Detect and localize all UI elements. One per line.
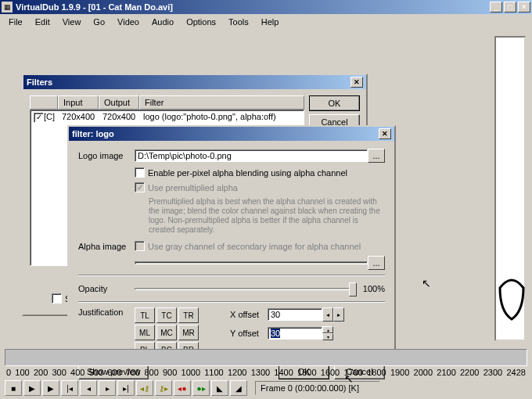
close-button[interactable]: ✕	[518, 2, 530, 13]
just-mc[interactable]: MC	[156, 325, 177, 340]
filters-titlebar[interactable]: Filters ✕	[23, 75, 366, 89]
table-row[interactable]: ✓[C] 720x400 720x400 logo (logo:"photo-0…	[31, 110, 304, 124]
menu-tools[interactable]: Tools	[223, 16, 254, 28]
alpha-image-label: Alpha image	[78, 242, 135, 251]
just-tr[interactable]: TR	[178, 307, 199, 323]
premult-label: Use premultiplied alpha	[148, 183, 238, 192]
gray-checkbox	[135, 241, 145, 251]
menu-view[interactable]: View	[57, 16, 87, 28]
menu-file[interactable]: File	[3, 16, 28, 28]
ruler: 0100200300400500600700800900100011001200…	[5, 368, 527, 377]
y-spin-down[interactable]: ▾	[322, 333, 333, 340]
menu-audio[interactable]: Audio	[146, 16, 179, 28]
mark-in-button[interactable]: ◣	[211, 380, 228, 396]
row-checkbox[interactable]: ✓	[34, 113, 44, 123]
menu-options[interactable]: Options	[181, 16, 221, 28]
play-input-button[interactable]: ▶	[23, 380, 41, 396]
menubar: File Edit View Go Video Audio Options To…	[0, 14, 532, 30]
just-tl[interactable]: TL	[135, 307, 155, 323]
logo-titlebar[interactable]: filter: logo ✕	[69, 127, 394, 141]
logo-title: filter: logo	[72, 129, 114, 138]
app-titlebar: ▦ VirtualDub 1.9.9 - [01 - Cat Man Do.av…	[0, 0, 532, 14]
gray-label: Use gray channel of secondary image for …	[148, 242, 361, 251]
logo-dialog: filter: logo ✕ Logo image D:\Temp\pic\ph…	[67, 125, 396, 352]
app-title: VirtualDub 1.9.9 - [01 - Cat Man Do.avi]	[16, 2, 490, 12]
play-output-button[interactable]: ▶	[42, 380, 59, 396]
col-check[interactable]	[30, 95, 58, 110]
x-right-button[interactable]: ▸	[333, 307, 344, 322]
status-bar: Frame 0 (0:00:00.000) [K]	[255, 381, 380, 395]
app-icon: ▦	[2, 2, 13, 13]
premult-checkbox: ✓	[135, 182, 145, 192]
y-offset-label: Y offset	[230, 329, 268, 338]
timeline[interactable]	[5, 349, 527, 366]
opacity-slider[interactable]	[135, 281, 357, 297]
menu-go[interactable]: Go	[88, 16, 110, 28]
browse-button[interactable]: ...	[368, 149, 385, 163]
col-input[interactable]: Input	[58, 95, 99, 110]
x-offset-label: X offset	[230, 310, 268, 319]
enable-alpha-label: Enable per-pixel alpha blending using al…	[148, 168, 347, 178]
video-canvas	[494, 36, 526, 341]
scene-prev-button[interactable]: ◂●	[174, 380, 191, 396]
just-mr[interactable]: MR	[178, 325, 199, 340]
enable-alpha-checkbox[interactable]	[135, 167, 145, 178]
col-filter[interactable]: Filter	[139, 95, 304, 110]
menu-edit[interactable]: Edit	[30, 16, 56, 28]
menu-video[interactable]: Video	[112, 16, 145, 28]
x-offset-input[interactable]: 30	[268, 308, 322, 321]
x-left-button[interactable]: ◂	[322, 307, 333, 322]
next-button[interactable]: ▸	[99, 380, 116, 396]
y-offset-input[interactable]: 30	[268, 327, 322, 340]
premult-help: Premultiplied alpha is best when the alp…	[149, 197, 385, 235]
filters-ok-button[interactable]: OK	[309, 95, 360, 111]
y-spin-up[interactable]: ▴	[322, 326, 333, 333]
logo-image-input[interactable]: D:\Temp\pic\photo-0.png	[135, 149, 368, 162]
minimize-button[interactable]: _	[490, 2, 502, 13]
just-tc[interactable]: TC	[156, 307, 177, 323]
prev-button[interactable]: ◂	[80, 380, 97, 396]
opacity-label: Opacity	[78, 284, 135, 293]
logo-close-icon[interactable]: ✕	[379, 128, 391, 139]
alpha-browse-button[interactable]: ...	[368, 256, 385, 270]
filters-close-icon[interactable]: ✕	[350, 77, 363, 88]
opacity-value: 100%	[363, 284, 385, 293]
alpha-image-input	[135, 261, 368, 264]
end-button[interactable]: ▸|	[117, 380, 135, 396]
logo-image-label: Logo image	[78, 151, 135, 160]
mark-out-button[interactable]: ◢	[230, 380, 247, 396]
key-prev-button[interactable]: ◂⚷	[136, 380, 153, 396]
scene-next-button[interactable]: ●▸	[192, 380, 210, 396]
just-ml[interactable]: ML	[135, 325, 155, 340]
show-image-checkbox[interactable]	[52, 293, 62, 304]
stop-button[interactable]: ■	[5, 380, 22, 396]
col-output[interactable]: Output	[99, 95, 139, 110]
playback-toolbar: ■ ▶ ▶ |◂ ◂ ▸ ▸| ◂⚷ ⚷▸ ◂● ●▸ ◣ ◢ Frame 0 …	[5, 380, 380, 396]
justification-label: Justification	[78, 307, 135, 317]
start-button[interactable]: |◂	[61, 380, 78, 396]
filters-title: Filters	[27, 77, 52, 87]
key-next-button[interactable]: ⚷▸	[155, 380, 172, 396]
maximize-button[interactable]: □	[504, 2, 516, 13]
menu-help[interactable]: Help	[256, 16, 285, 28]
